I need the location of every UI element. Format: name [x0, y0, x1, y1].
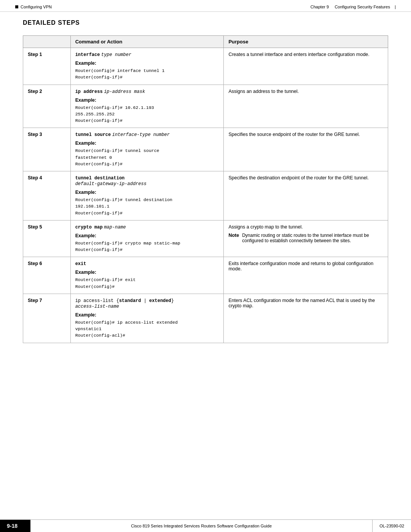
step-1-purpose: Creates a tunnel interface and enters in…: [224, 48, 388, 85]
note-text: Dynamic routing or static routes to the …: [242, 233, 383, 243]
main-content: DETAILED STEPS Command or Action Purpose…: [0, 12, 411, 519]
table-row: Step 1 interface type number Example: Ro…: [23, 48, 388, 85]
step-2-purpose: Assigns an address to the tunnel.: [224, 85, 388, 128]
step-6-cmd-bold: exit: [75, 261, 86, 267]
col-stepnum-header: [23, 36, 71, 48]
step-7-cmd: ip access-list {standard | extended} acc…: [70, 294, 224, 343]
col-purpose-header: Purpose: [224, 36, 388, 48]
footer-center-text: Cisco 819 Series Integrated Services Rou…: [30, 520, 372, 532]
table-row: Step 4 tunnel destination default-gatewa…: [23, 171, 388, 220]
step-5-num: Step 5: [23, 220, 71, 257]
step-6-purpose: Exits interface configuration mode and r…: [224, 257, 388, 294]
steps-table: Command or Action Purpose Step 1 interfa…: [23, 35, 388, 343]
step-5-example-label: Example:: [75, 233, 219, 238]
footer-right-text: OL-23590-02: [372, 520, 411, 532]
step-1-example-label: Example:: [75, 61, 219, 66]
step-4-purpose: Specifies the destination endpoint of th…: [224, 171, 388, 220]
chapter-title: Configuring Security Features: [335, 5, 390, 9]
step-7-example-code: Router(config)# ip access-list extended …: [75, 320, 178, 338]
step-3-example-label: Example:: [75, 141, 219, 146]
header-square-icon: [15, 5, 18, 8]
step-7-cmd-italic: access-list-name: [75, 304, 119, 309]
note-label: Note: [228, 233, 239, 243]
header-right: Chapter 9 Configuring Security Features …: [311, 5, 396, 9]
breadcrumb: Configuring VPN: [21, 5, 52, 9]
step-2-cmd: ip address ip-address mask Example: Rout…: [70, 85, 224, 128]
step-4-cmd: tunnel destination default-gateway-ip-ad…: [70, 171, 224, 220]
table-header-row: Command or Action Purpose: [23, 36, 388, 48]
step-6-num: Step 6: [23, 257, 71, 294]
col-command-header: Command or Action: [70, 36, 224, 48]
step-1-cmd-bold: interface: [75, 52, 100, 58]
step-4-cmd-italic: default-gateway-ip-address: [75, 181, 147, 187]
step-6-example-code: Router(config-if)# exit Router(config)#: [75, 277, 136, 289]
step-4-cmd-bold: tunnel destination: [75, 176, 125, 181]
step-5-note: Note Dynamic routing or static routes to…: [228, 233, 383, 243]
step-2-cmd-italic: ip-address mask: [104, 89, 145, 94]
step-5-cmd-bold: crypto map: [75, 225, 103, 230]
table-row: Step 7 ip access-list {standard | extend…: [23, 294, 388, 343]
step-7-cmd-mono: ip access-list {standard | extended}: [75, 298, 174, 304]
header-left: Configuring VPN: [15, 5, 52, 9]
footer-book-title: Cisco 819 Series Integrated Services Rou…: [131, 524, 272, 528]
step-3-example-code: Router(config-if)# tunnel source fasteth…: [75, 148, 159, 166]
table-row: Step 3 tunnel source interface-type numb…: [23, 128, 388, 171]
step-7-example-label: Example:: [75, 312, 219, 318]
footer-page-num: 9-18: [0, 520, 30, 532]
step-7-num: Step 7: [23, 294, 71, 343]
step-5-example-code: Router(config-if)# crypto map static-map…: [75, 241, 180, 252]
page-header: Configuring VPN Chapter 9 Configuring Se…: [0, 0, 411, 12]
step-6-example-label: Example:: [75, 270, 219, 275]
step-3-cmd-italic: interface-type number: [112, 132, 170, 137]
step-3-cmd: tunnel source interface-type number Exam…: [70, 128, 224, 171]
page-footer: 9-18 Cisco 819 Series Integrated Service…: [0, 519, 411, 532]
step-1-cmd: interface type number Example: Router(co…: [70, 48, 224, 85]
step-2-example-code: Router(config-if)# 10.62.1.193 255.255.2…: [75, 105, 154, 123]
table-row: Step 5 crypto map map-name Example: Rout…: [23, 220, 388, 257]
step-6-cmd: exit Example: Router(config-if)# exit Ro…: [70, 257, 224, 294]
step-2-example-label: Example:: [75, 97, 219, 103]
step-5-cmd: crypto map map-name Example: Router(conf…: [70, 220, 224, 257]
step-5-cmd-italic: map-name: [104, 225, 126, 230]
step-3-num: Step 3: [23, 128, 71, 171]
table-row: Step 2 ip address ip-address mask Exampl…: [23, 85, 388, 128]
page: Configuring VPN Chapter 9 Configuring Se…: [0, 0, 411, 532]
step-4-num: Step 4: [23, 171, 71, 220]
chapter-label: Chapter 9: [311, 5, 329, 9]
step-3-cmd-bold: tunnel source: [75, 132, 111, 137]
step-4-example-code: Router(config-if)# tunnel destination 19…: [75, 197, 172, 216]
step-2-num: Step 2: [23, 85, 71, 128]
header-divider: |: [395, 5, 396, 9]
step-2-cmd-bold: ip address: [75, 89, 103, 94]
step-1-cmd-italic: type number: [101, 52, 131, 58]
step-3-purpose: Specifies the source endpoint of the rou…: [224, 128, 388, 171]
step-1-num: Step 1: [23, 48, 71, 85]
table-row: Step 6 exit Example: Router(config-if)# …: [23, 257, 388, 294]
step-5-purpose: Assigns a crypto map to the tunnel. Note…: [224, 220, 388, 257]
step-7-purpose: Enters ACL configuration mode for the na…: [224, 294, 388, 343]
step-1-example-code: Router(config)# interface tunnel 1 Route…: [75, 68, 165, 80]
section-title: DETAILED STEPS: [23, 19, 388, 26]
step-4-example-label: Example:: [75, 190, 219, 195]
